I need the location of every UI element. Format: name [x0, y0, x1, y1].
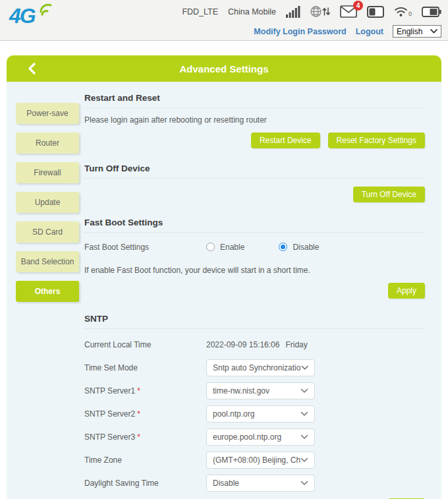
section-title-sntp: SNTP — [84, 304, 425, 329]
message-count-badge: 4 — [353, 1, 363, 11]
sntp-server1-label: SNTP Server1* — [84, 386, 206, 396]
sntp-server2-label: SNTP Server2* — [84, 409, 206, 419]
fast-boot-enable-option: Enable — [206, 243, 244, 252]
section-title-fast-boot: Fast Boot Settings — [84, 208, 425, 233]
language-select-value: English — [397, 27, 422, 36]
sidebar-nav: Power-save Router Firewall Update SD Car… — [16, 103, 79, 310]
time-zone-value: (GMT+08:00) Beijing, Chong — [213, 455, 300, 465]
sidebar-item-update[interactable]: Update — [16, 192, 79, 213]
fast-boot-disable-label: Disable — [293, 243, 319, 252]
fast-boot-label: Fast Boot Settings — [84, 243, 206, 252]
sntp-server2-select[interactable]: pool.ntp.org — [206, 405, 315, 423]
daylight-saving-label: Daylight Saving Time — [84, 479, 206, 488]
chevron-down-icon — [301, 365, 308, 370]
logo-text: 4G — [9, 4, 35, 28]
fast-boot-note: If enable Fast Boot function, your devic… — [84, 266, 425, 275]
required-asterisk: * — [137, 432, 140, 442]
carrier-label: China Mobile — [228, 7, 276, 16]
back-button[interactable] — [28, 63, 36, 74]
page-titlebar: Advanced Settings — [7, 55, 441, 82]
time-set-mode-value: Sntp auto Synchronization — [213, 363, 301, 372]
sidebar-item-label: SD Card — [32, 227, 63, 237]
sntp-server3-select[interactable]: europe.pool.ntp.org — [206, 428, 315, 446]
restart-note: Please login again after rebooting or re… — [84, 115, 425, 125]
sidebar-item-label: Others — [35, 287, 61, 296]
advanced-settings-panel: Advanced Settings Power-save Router Fire… — [7, 55, 441, 499]
page-title: Advanced Settings — [179, 63, 268, 74]
time-zone-select[interactable]: (GMT+08:00) Beijing, Chong — [206, 452, 315, 469]
logo-4g: 4G — [9, 4, 55, 37]
sidebar-item-label: Router — [36, 138, 59, 148]
sidebar-item-band-selection[interactable]: Band Selection — [16, 251, 79, 272]
data-connection-globe-icon — [310, 5, 330, 18]
time-set-mode-select[interactable]: Sntp auto Synchronization — [206, 359, 315, 376]
messages-icon: 4 — [340, 5, 357, 18]
chevron-down-icon — [300, 481, 308, 486]
logout-link[interactable]: Logout — [356, 27, 383, 36]
current-local-time-day: Friday — [285, 340, 307, 349]
current-local-time-value: 2022-09-09 15:16:06 — [206, 340, 279, 349]
sidebar-item-label: Band Selection — [21, 257, 74, 266]
required-asterisk: * — [137, 386, 140, 396]
sidebar-item-label: Power-save — [26, 109, 68, 118]
fast-boot-disable-option: Disable — [279, 243, 319, 252]
sidebar-item-label: Update — [35, 198, 61, 207]
content-area: Power-save Router Firewall Update SD Car… — [7, 82, 441, 499]
section-title-turn-off: Turn Off Device — [84, 154, 425, 179]
status-bar: FDD_LTE China Mobile — [182, 5, 441, 18]
daylight-saving-select[interactable]: Disable — [206, 475, 315, 492]
main-settings: Restart and Reset Please login again aft… — [84, 82, 425, 499]
language-select[interactable]: English — [393, 25, 441, 38]
sntp-server1-select[interactable]: time-nw.nist.gov — [206, 382, 315, 399]
sidebar-item-others[interactable]: Others — [16, 281, 79, 302]
wifi-client-count: 0 — [408, 11, 412, 17]
chevron-down-icon — [300, 411, 308, 417]
fast-boot-disable-radio[interactable] — [279, 243, 287, 251]
fast-boot-enable-radio[interactable] — [206, 243, 215, 251]
daylight-saving-value: Disable — [213, 479, 239, 488]
sntp-server3-label: SNTP Server3* — [84, 432, 206, 442]
fast-boot-apply-button[interactable]: Apply — [388, 283, 425, 299]
restart-device-button[interactable]: Restart Device — [251, 132, 320, 148]
sidebar-item-label: Firewall — [34, 168, 61, 177]
current-local-time-label: Current Local Time — [84, 340, 206, 349]
signal-strength-icon — [286, 6, 300, 18]
account-bar: Modify Login Password Logout English — [254, 25, 441, 38]
network-type-label: FDD_LTE — [182, 7, 218, 16]
chevron-down-icon — [300, 388, 308, 394]
battery-icon — [422, 7, 441, 17]
logo-signal-waves-icon — [38, 3, 54, 18]
time-set-mode-label: Time Set Mode — [84, 363, 206, 372]
chevron-down-icon — [430, 29, 437, 34]
section-title-restart-reset: Restart and Reset — [84, 83, 425, 108]
reset-factory-settings-button[interactable]: Reset Factory Settings — [328, 132, 425, 148]
turn-off-device-button[interactable]: Turn Off Device — [353, 187, 425, 202]
sidebar-item-power-save[interactable]: Power-save — [16, 103, 79, 124]
required-asterisk: * — [137, 409, 140, 419]
wifi-icon: 0 — [394, 6, 412, 17]
top-header: 4G FDD_LTE China Mobile — [0, 0, 448, 41]
sidebar-item-sd-card[interactable]: SD Card — [16, 221, 79, 243]
chevron-down-icon — [300, 434, 308, 440]
chevron-left-icon — [28, 63, 36, 74]
chevron-down-icon — [300, 457, 308, 463]
sntp-server2-value: pool.ntp.org — [213, 409, 254, 419]
sim-card-icon — [367, 6, 384, 18]
sidebar-item-router[interactable]: Router — [16, 132, 79, 154]
sntp-server3-value: europe.pool.ntp.org — [213, 432, 281, 442]
time-zone-label: Time Zone — [84, 455, 206, 465]
fast-boot-enable-label: Enable — [220, 243, 244, 252]
sntp-server1-value: time-nw.nist.gov — [213, 386, 269, 396]
modify-login-password-link[interactable]: Modify Login Password — [254, 27, 346, 36]
sidebar-item-firewall[interactable]: Firewall — [16, 162, 79, 183]
